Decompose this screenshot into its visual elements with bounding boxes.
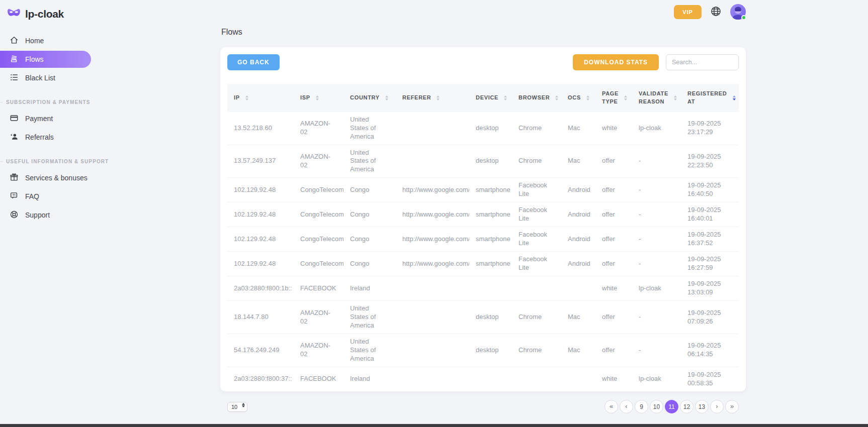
- online-status-dot: [741, 15, 746, 20]
- download-stats-button[interactable]: DOWNLOAD STATS: [573, 54, 659, 70]
- column-header-ip[interactable]: IP: [227, 84, 294, 112]
- column-header-country[interactable]: COUNTRY: [343, 84, 396, 112]
- sidebar-item-payment[interactable]: Payment: [0, 110, 101, 127]
- column-header-device[interactable]: DEVICE: [469, 84, 512, 112]
- user-avatar[interactable]: [730, 4, 746, 20]
- sort-icon[interactable]: [504, 95, 507, 100]
- sort-icon[interactable]: [316, 95, 319, 100]
- main-content: Flows GO BACK DOWNLOAD STATS IPISPCOUNTR…: [220, 28, 746, 391]
- go-back-button[interactable]: GO BACK: [227, 54, 280, 70]
- column-header-registered_at[interactable]: REGISTERED AT: [681, 84, 739, 112]
- column-header-validate_reason[interactable]: VALIDATE REASON: [632, 84, 681, 112]
- sidebar-item-label: FAQ: [25, 192, 39, 200]
- sidebar-section-title: SUBSCRIPTION & PAYMENTS: [0, 99, 101, 105]
- sort-icon[interactable]: [437, 95, 440, 100]
- cell-page_type: offer: [595, 227, 632, 252]
- table-body: 13.52.218.60AMAZON-02United States of Am…: [227, 112, 739, 391]
- cell-device: [469, 276, 512, 301]
- sidebar-item-label: Services & bonuses: [25, 174, 88, 182]
- prev-page-button[interactable]: ‹: [620, 400, 633, 413]
- cell-ocs: Mac: [561, 112, 595, 145]
- cell-device: desktop: [469, 334, 512, 367]
- cell-page_type: offer: [595, 145, 632, 178]
- column-label: REFERER: [402, 94, 431, 102]
- sort-icon[interactable]: [586, 95, 589, 100]
- next-page-button[interactable]: ›: [710, 400, 724, 413]
- cell-registered_at: 19-09-202506:14:35: [681, 334, 739, 367]
- sort-icon[interactable]: [733, 95, 736, 100]
- globe-icon: [710, 6, 722, 19]
- pagination: «‹910111213›»: [604, 400, 739, 413]
- sidebar-item-referrals[interactable]: Referrals: [0, 129, 101, 146]
- cell-registered_at: 19-09-202513:03:09: [681, 276, 739, 301]
- cell-ocs: Android: [561, 252, 595, 276]
- table-toolbar: GO BACK DOWNLOAD STATS: [227, 54, 739, 70]
- sidebar-item-faq[interactable]: ?! FAQ: [0, 188, 101, 205]
- brand-logo[interactable]: lp-cloak: [0, 0, 101, 20]
- cell-browser: Facebook Lite: [512, 178, 561, 202]
- cell-ocs: Mac: [561, 301, 595, 334]
- page-size-select[interactable]: 10: [227, 402, 247, 412]
- column-label: DEVICE: [476, 94, 498, 102]
- bottom-edge-bar: [0, 424, 868, 427]
- column-header-page_type[interactable]: PAGE TYPE: [595, 84, 632, 112]
- sort-icon[interactable]: [624, 95, 627, 100]
- cell-validate_reason: -: [632, 202, 681, 227]
- vip-button[interactable]: VIP: [674, 5, 702, 19]
- column-label: ISP: [300, 94, 310, 102]
- cell-registered_at: 19-09-202516:37:52: [681, 227, 739, 252]
- cell-referer: http://www.google.com/: [396, 202, 469, 227]
- svg-text:?!: ?!: [12, 193, 15, 196]
- cell-referer: http://www.google.com/: [396, 252, 469, 276]
- cell-country: Ireland: [343, 367, 396, 391]
- page-button-10[interactable]: 10: [650, 400, 663, 413]
- last-page-button[interactable]: »: [725, 400, 739, 413]
- sidebar-item-home[interactable]: Home: [0, 32, 101, 49]
- cell-page_type: offer: [595, 334, 632, 367]
- cell-country: United States of America: [343, 145, 396, 178]
- column-header-ocs[interactable]: OCS: [561, 84, 595, 112]
- table-row: 102.129.92.48CongoTelecomCongohttp://www…: [227, 202, 739, 227]
- first-page-button[interactable]: «: [604, 400, 618, 413]
- cell-validate_reason: -: [632, 227, 681, 252]
- cell-country: Congo: [343, 252, 396, 276]
- cell-device: desktop: [469, 301, 512, 334]
- sidebar-item-services-bonuses[interactable]: Services & bonuses: [0, 169, 101, 186]
- sort-icon[interactable]: [674, 95, 677, 100]
- sidebar-item-flows[interactable]: Flows: [0, 51, 91, 68]
- cell-ip: 102.129.92.48: [227, 178, 294, 202]
- cell-browser: Facebook Lite: [512, 202, 561, 227]
- page-button-12[interactable]: 12: [680, 400, 693, 413]
- column-header-browser[interactable]: BROWSER: [512, 84, 561, 112]
- cell-ip: 18.144.7.80: [227, 301, 294, 334]
- table-row: 13.57.249.137AMAZON-02United States of A…: [227, 145, 739, 178]
- language-globe-button[interactable]: [710, 6, 722, 19]
- cell-country: United States of America: [343, 334, 396, 367]
- sidebar-item-label: Payment: [25, 115, 53, 123]
- gift-icon: [10, 173, 19, 183]
- table-row: 102.129.92.48CongoTelecomCongohttp://www…: [227, 252, 739, 276]
- cell-country: Ireland: [343, 276, 396, 301]
- sort-icon[interactable]: [385, 95, 388, 100]
- cell-referer: [396, 301, 469, 334]
- column-header-referer[interactable]: REFERER: [396, 84, 469, 112]
- cell-browser: [512, 276, 561, 301]
- cell-page_type: offer: [595, 252, 632, 276]
- cell-country: Congo: [343, 227, 396, 252]
- cell-device: smartphone: [469, 252, 512, 276]
- sort-icon[interactable]: [245, 95, 248, 100]
- cell-referer: [396, 334, 469, 367]
- sidebar-item-support[interactable]: Support: [0, 206, 101, 224]
- cell-device: [469, 367, 512, 391]
- page-button-9[interactable]: 9: [635, 400, 648, 413]
- column-header-isp[interactable]: ISP: [294, 84, 343, 112]
- cell-ocs: Android: [561, 202, 595, 227]
- search-input[interactable]: [666, 54, 739, 70]
- page-button-11[interactable]: 11: [665, 400, 678, 413]
- page-button-13[interactable]: 13: [695, 400, 709, 413]
- sort-icon[interactable]: [555, 95, 558, 100]
- sidebar-item-black-list[interactable]: Black List: [0, 69, 101, 86]
- cell-country: Congo: [343, 178, 396, 202]
- cell-isp: CongoTelecom: [294, 202, 343, 227]
- cell-validate_reason: -: [632, 334, 681, 367]
